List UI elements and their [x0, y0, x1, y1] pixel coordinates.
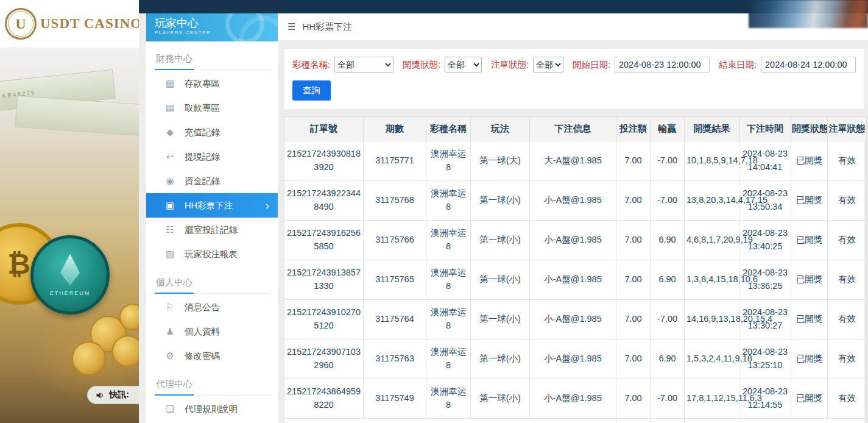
table-cell: 14,16,9,13,18,20,15,4 — [685, 300, 739, 339]
banknote-graphic — [15, 96, 139, 137]
bets-table: 訂單號期數彩種名稱玩法下注信息投注額輸贏開獎結果下注時間開獎狀態注單狀態2152… — [284, 116, 867, 423]
sidebar-item-agent-rules[interactable]: ❏代理規則說明 — [146, 397, 278, 421]
table-cell: 31175763 — [364, 339, 426, 379]
brand-logo[interactable]: U USDT CASINO — [0, 0, 139, 48]
ethereum-label: ETHEREUM — [50, 290, 91, 296]
column-header: 開獎狀態 — [791, 117, 828, 141]
table-row: 215217243913857133031175765澳洲幸运8第一球(小)小-… — [284, 260, 867, 300]
table-cell: 有效 — [828, 300, 867, 339]
query-button[interactable]: 查詢 — [292, 80, 331, 101]
table-cell: 31175768 — [364, 181, 426, 221]
table-row: 215217243907103296031175763澳洲幸运8第一球(小)小-… — [284, 339, 867, 379]
sidebar-item-profile[interactable]: ♟個人資料 — [146, 319, 278, 344]
sidebar-item-label: 個人資料 — [185, 326, 220, 338]
sidebar-item-label: 消息公告 — [185, 302, 220, 313]
end-date-input[interactable] — [761, 57, 856, 73]
table-cell: 6.90 — [651, 221, 685, 260]
brand-logo-icon: U — [5, 8, 37, 40]
sidebar-item-password[interactable]: ⚙修改密碼 — [146, 344, 278, 368]
sidebar-item-recharge-record[interactable]: ◆充值記錄 — [146, 120, 278, 144]
table-cell: 澳洲幸运8 — [426, 260, 471, 300]
table-cell: 4,6,8,1,7,20,9,19 — [685, 221, 739, 260]
table-cell: 31175749 — [364, 379, 426, 419]
table-cell: 有效 — [828, 339, 867, 379]
end-date-label: 結束日期: — [719, 59, 757, 71]
table-cell: 2152172439162565850 — [284, 221, 364, 260]
deposit-icon: ▦ — [164, 78, 175, 89]
topbar-decoration — [749, 0, 868, 28]
table-cell: 有效 — [828, 141, 867, 181]
table-cell: 7.00 — [616, 141, 651, 181]
column-header: 下注時間 — [739, 117, 791, 141]
chevron-right-icon: › — [266, 200, 269, 211]
sidebar-item-label: 取款專區 — [185, 102, 220, 114]
quick-news-button[interactable]: 快訊: — [87, 386, 139, 404]
table-cell: 已開獎 — [791, 260, 828, 300]
sidebar-item-label: 資金記錄 — [185, 176, 220, 187]
table-cell: 已開獎 — [791, 300, 828, 339]
sidebar-item-room-bet-record[interactable]: ☷廳室投註記錄 — [146, 218, 278, 242]
table-cell: 第一球(小) — [471, 300, 530, 339]
table-cell: 7.00 — [616, 339, 651, 379]
table-cell: 澳洲幸运8 — [426, 221, 471, 260]
column-header: 玩法 — [471, 117, 530, 141]
column-header: 訂單號 — [284, 117, 364, 141]
main-content: ☰ HH彩票下注 彩種名稱: 全部 開獎狀態: 全部 注單狀態: 全部 開始日期… — [278, 13, 868, 423]
table-row: 215217243916256585031175766澳洲幸运8第一球(小)小-… — [284, 221, 867, 260]
sidebar-header: 玩家中心 PLAYERS CENTER — [146, 13, 278, 41]
lottery-type-label: 彩種名稱: — [292, 59, 330, 71]
sidebar-section-title: 財務中心 — [155, 48, 270, 70]
promo-photo: KB46275 ₿ ETHEREUM — [0, 48, 139, 423]
draw-status-select[interactable]: 全部 — [445, 57, 482, 73]
order-status-select[interactable]: 全部 — [533, 57, 563, 73]
table-cell: -7.00 — [651, 379, 685, 419]
stats-label: 當前頁統計 — [284, 419, 616, 423]
table-cell: -7.00 — [651, 300, 685, 339]
table-cell: 有效 — [828, 379, 867, 419]
table-cell: 第一球(小) — [471, 379, 530, 419]
table-cell: 小-A盤@1.985 — [530, 300, 616, 339]
sidebar-item-lottery-bet[interactable]: ▣HH彩票下注› — [146, 193, 278, 218]
table-cell: 第一球(小) — [471, 339, 530, 379]
table-cell: 2152172439071032960 — [284, 339, 364, 379]
sidebar-section-title: 個人中心 — [155, 271, 270, 294]
sidebar-item-player-report[interactable]: ▧玩家投注報表 — [146, 242, 278, 266]
lottery-type-select[interactable]: 全部 — [334, 57, 393, 73]
sidebar-item-fund-record[interactable]: ◉資金記錄 — [146, 169, 278, 193]
promo-panel: U USDT CASINO KB46275 ₿ ETHEREUM 快訊: — [0, 0, 139, 423]
sidebar-item-withdrawal-record[interactable]: ↩提現記錄 — [146, 144, 278, 169]
sidebar: 玩家中心 PLAYERS CENTER 財務中心▦存款專區▤取款專區◆充值記錄↩… — [146, 13, 278, 423]
start-date-input[interactable] — [615, 57, 710, 73]
stats-bet-total: 49.00 — [616, 419, 651, 423]
table-cell: 已開獎 — [791, 221, 828, 260]
player-report-icon: ▧ — [164, 249, 175, 260]
lottery-bet-icon: ▣ — [164, 200, 175, 211]
stats-empty-cell — [685, 419, 867, 423]
password-icon: ⚙ — [164, 350, 175, 361]
table-cell: 6.90 — [651, 339, 685, 379]
brand-name: USDT CASINO — [40, 16, 139, 32]
table-cell: 7.00 — [616, 300, 651, 339]
sidebar-item-deposit[interactable]: ▦存款專區 — [146, 71, 278, 96]
table-cell: 澳洲幸运8 — [426, 339, 471, 379]
table-cell: 6.90 — [651, 260, 685, 300]
table-cell: 小-A盤@1.985 — [530, 339, 616, 379]
table-cell: 7.00 — [616, 260, 651, 300]
table-cell: 2152172439102705120 — [284, 300, 364, 339]
table-cell: 已開獎 — [791, 181, 828, 221]
ethereum-logo-icon — [60, 254, 80, 286]
table-cell: -7.00 — [651, 141, 685, 181]
table-cell: 小-A盤@1.985 — [530, 379, 616, 419]
sidebar-item-label: 玩家投注報表 — [185, 249, 238, 260]
table-cell: 澳洲幸运8 — [426, 181, 471, 221]
announcement-icon: ⚐ — [164, 302, 175, 313]
table-cell: 已開獎 — [791, 339, 828, 379]
fund-record-icon: ◉ — [164, 176, 175, 187]
table-cell: 31175766 — [364, 221, 426, 260]
menu-icon[interactable]: ☰ — [288, 21, 295, 32]
table-cell: 澳洲幸运8 — [426, 379, 471, 419]
sidebar-item-announcement[interactable]: ⚐消息公告 — [146, 295, 278, 319]
sidebar-item-withdraw[interactable]: ▤取款專區 — [146, 96, 278, 120]
table-cell: 7.00 — [616, 181, 651, 221]
recharge-record-icon: ◆ — [164, 127, 175, 138]
